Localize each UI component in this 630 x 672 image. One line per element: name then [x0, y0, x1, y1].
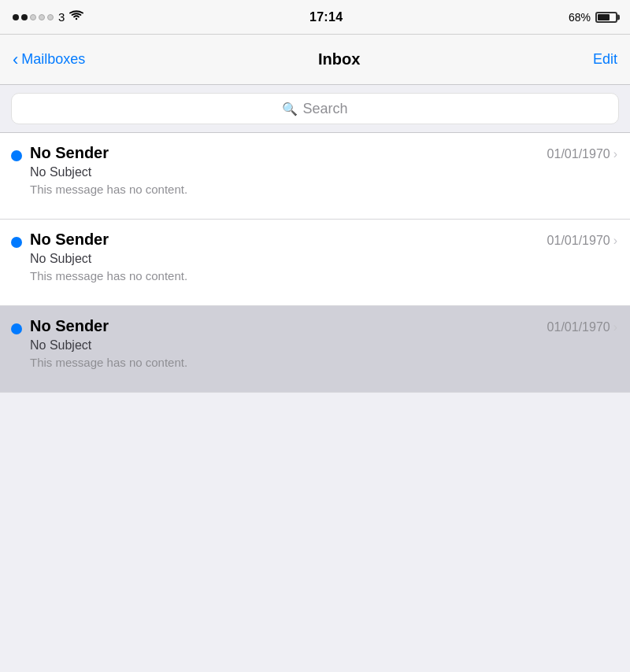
unread-dot-2: [11, 323, 22, 334]
status-bar: 3 17:14 68%: [0, 0, 630, 35]
email-item-1[interactable]: No Sender 01/01/1970 › No Subject This m…: [0, 220, 630, 306]
email-chevron-0: ›: [613, 147, 617, 161]
email-content-0: No Sender 01/01/1970 › No Subject This m…: [30, 144, 617, 196]
email-header-2: No Sender 01/01/1970 ›: [30, 317, 617, 335]
email-content-1: No Sender 01/01/1970 › No Subject This m…: [30, 231, 617, 282]
signal-dot-2: [21, 14, 28, 20]
search-icon: 🔍: [282, 102, 298, 116]
email-subject-1: No Subject: [30, 252, 617, 266]
signal-dot-3: [30, 14, 36, 20]
unread-dot-1: [11, 237, 22, 248]
email-chevron-2: ›: [613, 320, 617, 334]
email-date-2: 01/01/1970 ›: [547, 320, 617, 334]
search-bar-container: 🔍 Search: [0, 85, 630, 133]
email-sender-1: No Sender: [30, 231, 109, 249]
signal-dot-5: [47, 14, 54, 20]
email-subject-2: No Subject: [30, 338, 617, 353]
edit-button[interactable]: Edit: [593, 51, 617, 68]
signal-dot-4: [39, 14, 45, 20]
status-time: 17:14: [309, 10, 343, 24]
status-left: 3: [13, 10, 83, 24]
email-preview-0: This message has no content.: [30, 183, 617, 196]
email-preview-2: This message has no content.: [30, 356, 617, 369]
battery-percent-label: 68%: [569, 11, 591, 24]
email-date-text-0: 01/01/1970: [547, 147, 610, 161]
signal-dot-1: [13, 14, 19, 20]
status-right: 68%: [569, 11, 617, 24]
email-preview-1: This message has no content.: [30, 269, 617, 282]
back-button-label: Mailboxes: [21, 51, 85, 68]
email-date-text-2: 01/01/1970: [547, 320, 610, 334]
signal-dots: [13, 14, 54, 20]
email-date-1: 01/01/1970 ›: [547, 234, 617, 248]
email-subject-0: No Subject: [30, 165, 617, 179]
email-header-0: No Sender 01/01/1970 ›: [30, 144, 617, 162]
carrier-label: 3: [58, 10, 65, 24]
email-sender-2: No Sender: [30, 317, 109, 335]
email-header-1: No Sender 01/01/1970 ›: [30, 231, 617, 249]
email-date-text-1: 01/01/1970: [547, 234, 610, 248]
nav-bar: ‹ Mailboxes Inbox Edit: [0, 35, 630, 85]
email-list: No Sender 01/01/1970 › No Subject This m…: [0, 133, 630, 393]
email-sender-0: No Sender: [30, 144, 109, 162]
search-bar[interactable]: 🔍 Search: [11, 93, 619, 124]
wifi-icon: [69, 10, 83, 24]
email-content-2: No Sender 01/01/1970 › No Subject This m…: [30, 317, 617, 369]
back-button[interactable]: ‹ Mailboxes: [13, 51, 85, 68]
search-placeholder: Search: [302, 101, 347, 117]
unread-dot-0: [11, 150, 22, 161]
back-chevron-icon: ‹: [13, 51, 18, 68]
email-item-2[interactable]: No Sender 01/01/1970 › No Subject This m…: [0, 306, 630, 393]
battery-icon: [595, 12, 617, 23]
email-chevron-1: ›: [613, 234, 617, 248]
email-item-0[interactable]: No Sender 01/01/1970 › No Subject This m…: [0, 133, 630, 220]
page-title: Inbox: [318, 50, 360, 68]
email-date-0: 01/01/1970 ›: [547, 147, 617, 161]
